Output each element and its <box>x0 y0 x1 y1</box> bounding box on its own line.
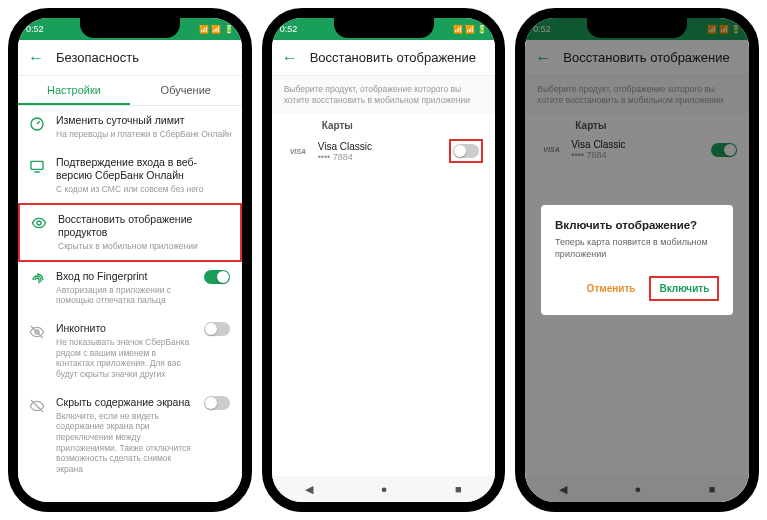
tab-settings[interactable]: Настройки <box>18 76 130 105</box>
fingerprint-toggle[interactable] <box>204 270 230 284</box>
eye-icon <box>31 215 47 231</box>
restore-content: Выберите продукт, отображение которого в… <box>272 76 496 476</box>
status-icons: 📶 📶 🔋 <box>453 25 487 34</box>
incognito-toggle[interactable] <box>204 322 230 336</box>
notch <box>587 18 687 38</box>
dialog-title: Включить отображение? <box>555 219 719 231</box>
row-daily-limit[interactable]: Изменить суточный лимит На переводы и пл… <box>18 106 242 148</box>
hide-screen-toggle[interactable] <box>204 396 230 410</box>
visa-icon: VISA <box>290 148 310 155</box>
cancel-button[interactable]: Отменить <box>579 276 644 301</box>
row-sub: Включите, если не видеть содержание экра… <box>56 411 192 475</box>
row-title: Инкогнито <box>56 322 192 335</box>
android-navbar: ◀ ● ■ <box>272 476 496 502</box>
status-time: 0:52 <box>280 24 298 34</box>
confirm-highlight: Включить <box>649 276 719 301</box>
notch <box>334 18 434 38</box>
page-title: Восстановить отображение <box>310 50 476 65</box>
row-web-confirm[interactable]: Подтверждение входа в веб-версию СберБан… <box>18 148 242 203</box>
page-title: Безопасность <box>56 50 139 65</box>
row-sub: С кодом из СМС или совсем без него <box>56 184 232 195</box>
dialog-actions: Отменить Включить <box>555 276 719 301</box>
instruction-text: Выберите продукт, отображение которого в… <box>272 76 496 114</box>
row-sub: Авторизация в приложении с помощью отпеч… <box>56 285 192 306</box>
row-hide-screen[interactable]: Скрыть содержание экрана Включите, если … <box>18 388 242 483</box>
status-time: 0:52 <box>26 24 44 34</box>
row-incognito[interactable]: Инкогнито Не показывать значок СберБанка… <box>18 314 242 388</box>
back-icon[interactable]: ← <box>28 49 44 67</box>
row-restore-products[interactable]: Восстановить отображение продуктов Скрыт… <box>18 203 242 262</box>
monitor-icon <box>29 158 45 174</box>
phone-2: 0:52 📶 📶 🔋 ← Восстановить отображение Вы… <box>262 8 506 512</box>
dialog-message: Теперь карта появится в мобильном прилож… <box>555 237 719 260</box>
row-title: Вход по Fingerprint <box>56 270 192 283</box>
app-bar: ← Безопасность <box>18 40 242 76</box>
row-title: Подтверждение входа в веб-версию СберБан… <box>56 156 232 182</box>
card-name: Visa Classic <box>318 141 442 152</box>
fingerprint-icon <box>29 272 45 288</box>
row-sub: На переводы и платежи в СберБанк Онлайн <box>56 129 232 140</box>
row-sub: Скрытых в мобильном приложении <box>58 241 230 252</box>
status-icons: 📶 📶 🔋 <box>199 25 233 34</box>
back-icon[interactable]: ← <box>282 49 298 67</box>
card-row[interactable]: VISA Visa Classic •••• 7884 <box>272 133 496 169</box>
tab-learn[interactable]: Обучение <box>130 76 242 105</box>
eye-off-icon <box>29 324 45 340</box>
confirm-button[interactable]: Включить <box>651 278 717 299</box>
card-number: •••• 7884 <box>318 152 442 162</box>
nav-back-icon[interactable]: ◀ <box>305 483 313 496</box>
section-cards: Карты <box>272 114 496 133</box>
phone-3: 0:52 📶 📶 🔋 ← Восстановить отображение Вы… <box>515 8 759 512</box>
gauge-icon <box>29 116 45 132</box>
tabs: Настройки Обучение <box>18 76 242 106</box>
svg-rect-1 <box>31 161 43 169</box>
nav-home-icon[interactable]: ● <box>381 483 388 495</box>
modal-overlay[interactable]: Включить отображение? Теперь карта появи… <box>525 18 749 502</box>
card-visibility-toggle[interactable] <box>453 144 479 158</box>
svg-point-2 <box>37 221 41 225</box>
notch <box>80 18 180 38</box>
app-bar: ← Восстановить отображение <box>272 40 496 76</box>
shield-icon <box>29 398 45 414</box>
row-title: Скрыть содержание экрана <box>56 396 192 409</box>
row-title: Восстановить отображение продуктов <box>58 213 230 239</box>
toggle-highlight <box>449 139 483 163</box>
row-title: Изменить суточный лимит <box>56 114 232 127</box>
settings-list: Изменить суточный лимит На переводы и пл… <box>18 106 242 502</box>
row-sub: Не показывать значок СберБанка рядом с в… <box>56 337 192 380</box>
nav-recent-icon[interactable]: ■ <box>455 483 462 495</box>
confirm-dialog: Включить отображение? Теперь карта появи… <box>541 205 733 315</box>
phone-1: 0:52 📶 📶 🔋 ← Безопасность Настройки Обуч… <box>8 8 252 512</box>
row-fingerprint[interactable]: Вход по Fingerprint Авторизация в прилож… <box>18 262 242 314</box>
